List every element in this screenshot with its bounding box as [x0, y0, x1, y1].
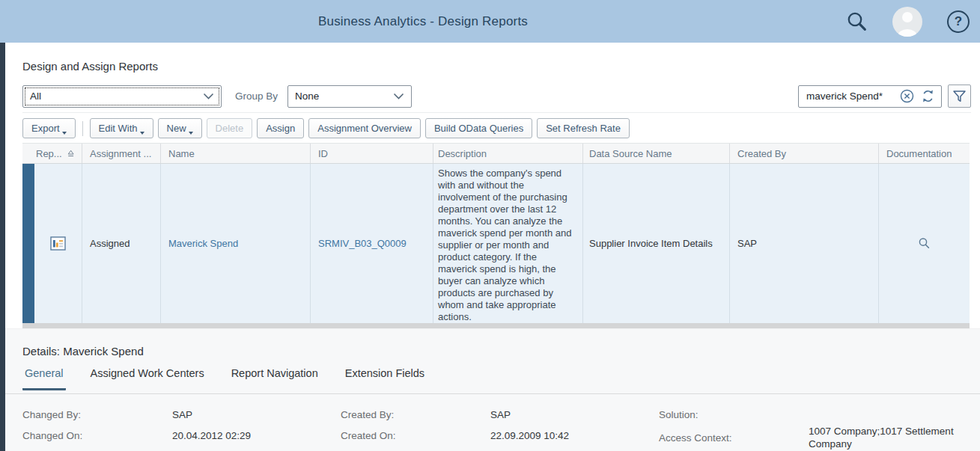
column-header-report[interactable]: Rep...: [22, 144, 82, 163]
group-by-select[interactable]: None: [287, 85, 412, 108]
tabs-divider: [5, 393, 980, 394]
toolbar-separator: [82, 121, 83, 136]
fields-column-1: Changed By: SAP Changed On: 20.04.2012 0…: [22, 404, 341, 450]
tab-assigned-work-centers[interactable]: Assigned Work Centers: [88, 366, 207, 390]
assign-button[interactable]: Assign: [257, 118, 304, 138]
show-filter-select[interactable]: All: [22, 85, 222, 108]
avatar-torso-shape: [898, 29, 917, 37]
report-chart-icon: [50, 236, 66, 251]
new-button[interactable]: New: [158, 118, 202, 138]
sort-ascending-icon: [67, 149, 74, 158]
content-area: Design and Assign Reports All Group By N…: [5, 43, 980, 451]
search-box: [798, 85, 942, 108]
toolbar: Export Edit With New Delete Assign: [22, 118, 971, 138]
field-access-context: Access Context: 1007 Company;1017 Settle…: [659, 425, 970, 450]
report-name-cell: Maverick Spend: [161, 164, 311, 323]
column-header-name[interactable]: Name: [161, 144, 311, 163]
group-by-label: Group By: [235, 90, 278, 102]
main-area: Design and Assign Reports All Group By N…: [0, 43, 980, 451]
worklist-title: Design and Assign Reports: [22, 59, 971, 74]
details-tabs: General Assigned Work Centers Report Nav…: [22, 366, 980, 390]
group-by-value: None: [295, 90, 319, 102]
reports-table: Rep... Assignment ... Name ID: [22, 143, 970, 328]
set-refresh-rate-label: Set Refresh Rate: [546, 123, 621, 134]
menu-caret-icon: [140, 132, 144, 135]
left-edge-strip: [0, 43, 5, 451]
report-id-cell: SRMIV_B03_Q0009: [311, 164, 433, 323]
table-horizontal-scrollbar[interactable]: [22, 323, 970, 328]
table-header-row: Rep... Assignment ... Name ID: [22, 143, 970, 164]
export-label: Export: [31, 123, 60, 134]
field-value: 22.09.2009 10:42: [490, 429, 569, 442]
field-value: 1007 Company;1017 Settlement Company: [809, 425, 970, 450]
column-header-id[interactable]: ID: [311, 144, 433, 163]
build-odata-queries-button[interactable]: Build OData Queries: [425, 118, 532, 138]
tab-extension-fields[interactable]: Extension Fields: [343, 366, 427, 390]
help-icon[interactable]: ?: [947, 10, 970, 33]
search-icon[interactable]: [846, 10, 868, 32]
delete-button: Delete: [207, 118, 253, 138]
export-button[interactable]: Export: [22, 118, 76, 138]
details-section: Details: Maverick Spend General Assigned…: [5, 328, 980, 451]
set-refresh-rate-button[interactable]: Set Refresh Rate: [537, 118, 630, 138]
new-label: New: [167, 123, 186, 134]
report-id-link[interactable]: SRMIV_B03_Q0009: [318, 238, 407, 249]
menu-caret-icon: [189, 132, 193, 135]
field-solution: Solution:: [659, 404, 970, 425]
field-created-on: Created On: 22.09.2009 10:42: [341, 425, 659, 446]
details-fields: Changed By: SAP Changed On: 20.04.2012 0…: [22, 404, 980, 450]
assignment-overview-button[interactable]: Assignment Overview: [308, 118, 421, 138]
description-cell: Shows the company's spend with and witho…: [433, 164, 583, 323]
table-row[interactable]: Assigned Maverick Spend SRMIV_B03_Q0009 …: [22, 164, 970, 323]
chevron-down-icon: [393, 93, 404, 99]
field-label: Solution:: [659, 409, 809, 420]
report-name-link[interactable]: Maverick Spend: [168, 238, 238, 249]
worklist-section: Design and Assign Reports All Group By N…: [5, 43, 980, 328]
documentation-cell: [879, 164, 970, 323]
user-avatar[interactable]: [892, 7, 922, 37]
field-value: 20.04.2012 02:29: [172, 429, 251, 442]
filter-button[interactable]: [948, 85, 971, 108]
created-by-cell: SAP: [730, 164, 879, 323]
data-source-name-cell: Supplier Invoice Item Details: [583, 164, 730, 323]
menu-caret-icon: [62, 132, 67, 135]
field-label: Created By:: [341, 409, 490, 420]
edit-with-label: Edit With: [99, 123, 138, 134]
row-selection-bar: [22, 164, 34, 323]
window-title: Business Analytics - Design Reports: [0, 14, 846, 29]
field-changed-by: Changed By: SAP: [22, 404, 341, 425]
refresh-icon[interactable]: [921, 89, 935, 103]
report-type-cell: [34, 164, 82, 323]
scrollbar-thumb[interactable]: [22, 323, 970, 328]
assignment-status-cell: Assigned: [82, 164, 161, 323]
filter-row: All Group By None: [22, 85, 971, 108]
column-header-documentation[interactable]: Documentation: [879, 144, 970, 163]
field-created-by: Created By: SAP: [341, 404, 659, 425]
details-title: Details: Maverick Spend: [22, 344, 980, 359]
avatar-head-shape: [902, 12, 913, 22]
column-header-created-by[interactable]: Created By: [730, 144, 879, 163]
shell-header-icons: ?: [846, 7, 970, 37]
field-value: SAP: [172, 408, 192, 421]
clear-search-icon[interactable]: [900, 89, 914, 103]
assign-label: Assign: [266, 123, 295, 134]
column-header-data-source-name[interactable]: Data Source Name: [583, 144, 730, 163]
tab-report-navigation[interactable]: Report Navigation: [229, 366, 320, 390]
column-header-assignment[interactable]: Assignment ...: [82, 144, 161, 163]
documentation-magnifier-icon[interactable]: [918, 237, 931, 250]
filter-toolbar-divider: [22, 112, 971, 113]
build-odata-queries-label: Build OData Queries: [434, 123, 523, 134]
edit-with-button[interactable]: Edit With: [90, 118, 153, 138]
fields-column-2: Created By: SAP Created On: 22.09.2009 1…: [341, 404, 659, 450]
delete-label: Delete: [216, 123, 244, 134]
search-input[interactable]: [806, 90, 893, 102]
column-header-description[interactable]: Description: [433, 144, 583, 163]
fields-column-3: Solution: Access Context: 1007 Company;1…: [659, 404, 970, 450]
assignment-overview-label: Assignment Overview: [317, 123, 412, 134]
field-label: Access Context:: [659, 432, 809, 444]
field-label: Changed By:: [22, 409, 172, 420]
funnel-icon: [952, 88, 967, 104]
tab-general[interactable]: General: [22, 366, 66, 390]
chevron-down-icon: [203, 93, 214, 99]
field-label: Changed On:: [22, 430, 172, 441]
